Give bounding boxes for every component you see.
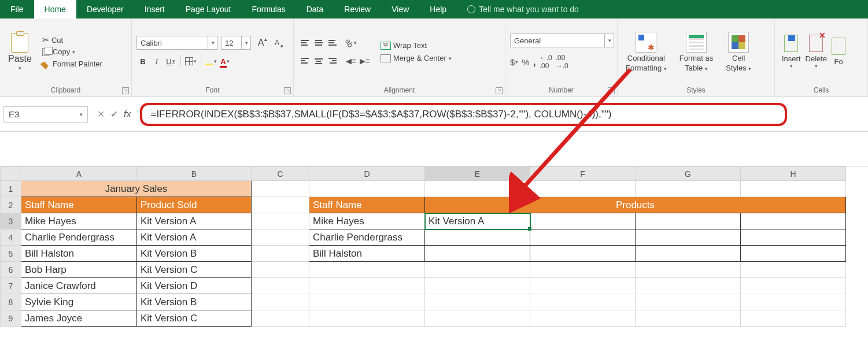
cell[interactable]: Charlie Pendergrass bbox=[309, 229, 425, 246]
tab-review[interactable]: Review bbox=[334, 0, 381, 18]
cell[interactable]: Kit Version B bbox=[137, 246, 252, 262]
cell[interactable]: Products bbox=[425, 197, 846, 213]
cell[interactable]: Kit Version B bbox=[137, 294, 252, 310]
cell[interactable] bbox=[636, 213, 741, 229]
name-box[interactable]: E3 ▾ bbox=[3, 106, 88, 123]
cell[interactable]: Product Sold bbox=[137, 197, 252, 213]
cell[interactable]: Kit Version A bbox=[137, 213, 252, 229]
worksheet[interactable]: A B C D E F G H 1 January Sales 2 Staff … bbox=[0, 166, 868, 327]
cell[interactable] bbox=[741, 213, 846, 229]
merge-center-button[interactable]: Merge & Center ▾ bbox=[378, 52, 454, 64]
cell[interactable] bbox=[425, 229, 530, 246]
format-as-table-button[interactable]: Format as Table ▾ bbox=[676, 31, 717, 73]
col-header[interactable]: G bbox=[636, 167, 741, 181]
cell[interactable]: Kit Version D bbox=[137, 278, 252, 294]
copy-button[interactable]: Copy ▾ bbox=[40, 46, 105, 57]
increase-font-button[interactable]: A▴ bbox=[254, 36, 267, 49]
chevron-down-icon[interactable]: ▾ bbox=[227, 58, 230, 64]
paste-button[interactable]: Paste ▾ bbox=[5, 31, 35, 73]
dialog-launcher-icon[interactable]: ↘ bbox=[284, 87, 291, 94]
decrease-indent-button[interactable]: ◀≡ bbox=[345, 54, 357, 67]
increase-indent-button[interactable]: ▶≡ bbox=[359, 54, 371, 67]
align-top-button[interactable] bbox=[298, 36, 311, 49]
cell[interactable]: Mike Hayes bbox=[21, 213, 137, 229]
bold-button[interactable]: B bbox=[136, 55, 149, 68]
tab-formulas[interactable]: Formulas bbox=[241, 0, 296, 18]
format-cells-button[interactable]: Fo bbox=[829, 36, 848, 67]
col-header[interactable]: F bbox=[530, 167, 636, 181]
chevron-down-icon[interactable]: ▾ bbox=[72, 49, 75, 55]
chevron-down-icon[interactable]: ▾ bbox=[194, 58, 197, 64]
row-header[interactable]: 7 bbox=[1, 278, 21, 294]
dialog-launcher-icon[interactable]: ↘ bbox=[496, 87, 503, 94]
borders-button[interactable]: ▾ bbox=[184, 55, 197, 68]
row-header[interactable]: 4 bbox=[1, 229, 21, 246]
italic-button[interactable]: I bbox=[150, 55, 163, 68]
cell[interactable]: Bill Halston bbox=[21, 246, 137, 262]
row-header[interactable]: 5 bbox=[1, 246, 21, 262]
chevron-down-icon[interactable]: ▾ bbox=[172, 58, 175, 64]
cell[interactable] bbox=[636, 229, 741, 246]
fill-color-button[interactable]: ▾ bbox=[205, 55, 217, 68]
cell[interactable]: Kit Version C bbox=[137, 310, 252, 327]
cell[interactable] bbox=[530, 213, 636, 229]
font-name-combo[interactable]: Calibri▾ bbox=[136, 36, 217, 50]
align-right-button[interactable] bbox=[326, 54, 339, 67]
chevron-down-icon[interactable]: ▾ bbox=[241, 36, 250, 49]
cell[interactable]: Kit Version C bbox=[137, 262, 252, 278]
cell-selected[interactable]: Kit Version A bbox=[425, 213, 530, 229]
dialog-launcher-icon[interactable]: ↘ bbox=[608, 87, 615, 94]
row-header[interactable]: 6 bbox=[1, 262, 21, 278]
cell[interactable]: Charlie Pendergrass bbox=[21, 229, 137, 246]
cell[interactable]: Kit Version A bbox=[137, 229, 252, 246]
underline-button[interactable]: U▾ bbox=[164, 55, 177, 68]
cell[interactable]: James Joyce bbox=[21, 310, 137, 327]
align-left-button[interactable] bbox=[298, 54, 311, 67]
row-header[interactable]: 1 bbox=[1, 181, 21, 197]
decrease-decimal-button[interactable]: .00→.0 bbox=[556, 54, 568, 70]
increase-decimal-button[interactable]: ←.0.00 bbox=[540, 54, 552, 70]
cut-button[interactable]: ✂Cut bbox=[40, 34, 105, 46]
col-header[interactable]: B bbox=[137, 167, 252, 181]
cancel-formula-button[interactable]: ✕ bbox=[97, 109, 105, 120]
col-header[interactable]: D bbox=[309, 167, 425, 181]
cell[interactable]: Staff Name bbox=[21, 197, 137, 213]
enter-formula-button[interactable]: ✔ bbox=[110, 109, 118, 120]
chevron-down-icon[interactable]: ▾ bbox=[208, 36, 217, 49]
dialog-launcher-icon[interactable]: ↘ bbox=[122, 87, 129, 94]
cell[interactable] bbox=[636, 246, 741, 262]
cell[interactable]: Sylvie King bbox=[21, 294, 137, 310]
cell[interactable]: Bill Halston bbox=[309, 246, 425, 262]
row-header[interactable]: 3 bbox=[1, 213, 21, 229]
tab-file[interactable]: File bbox=[0, 0, 34, 18]
font-size-combo[interactable]: 12▾ bbox=[221, 36, 251, 50]
conditional-formatting-button[interactable]: Conditional Formatting ▾ bbox=[622, 31, 670, 73]
accounting-format-button[interactable]: $ ▾ bbox=[510, 57, 518, 67]
tab-help[interactable]: Help bbox=[419, 0, 457, 18]
format-painter-button[interactable]: Format Painter bbox=[40, 58, 105, 69]
wrap-text-button[interactable]: Wrap Text bbox=[378, 39, 454, 51]
decrease-font-button[interactable]: A▾ bbox=[271, 36, 283, 49]
grid[interactable]: A B C D E F G H 1 January Sales 2 Staff … bbox=[0, 166, 846, 327]
tab-data[interactable]: Data bbox=[296, 0, 334, 18]
cell[interactable] bbox=[530, 229, 636, 246]
cell[interactable] bbox=[530, 246, 636, 262]
number-format-combo[interactable]: General▾ bbox=[510, 34, 614, 47]
tab-view[interactable]: View bbox=[381, 0, 419, 18]
align-center-button[interactable] bbox=[312, 54, 325, 67]
cell[interactable]: Mike Hayes bbox=[309, 213, 425, 229]
cell[interactable] bbox=[425, 246, 530, 262]
col-header[interactable]: C bbox=[252, 167, 309, 181]
cell[interactable] bbox=[741, 229, 846, 246]
comma-button[interactable]: , bbox=[533, 56, 536, 68]
cell-styles-button[interactable]: Cell Styles ▾ bbox=[722, 31, 755, 73]
cell[interactable]: Staff Name bbox=[309, 197, 425, 213]
select-all-button[interactable] bbox=[1, 167, 21, 181]
col-header[interactable]: H bbox=[741, 167, 846, 181]
col-header[interactable]: E bbox=[425, 167, 530, 181]
cell[interactable]: Janice Crawford bbox=[21, 278, 137, 294]
align-bottom-button[interactable] bbox=[326, 36, 339, 49]
chevron-down-icon[interactable]: ▾ bbox=[80, 112, 83, 117]
tab-insert[interactable]: Insert bbox=[134, 0, 175, 18]
orientation-button[interactable]: ab▾ bbox=[345, 36, 357, 49]
